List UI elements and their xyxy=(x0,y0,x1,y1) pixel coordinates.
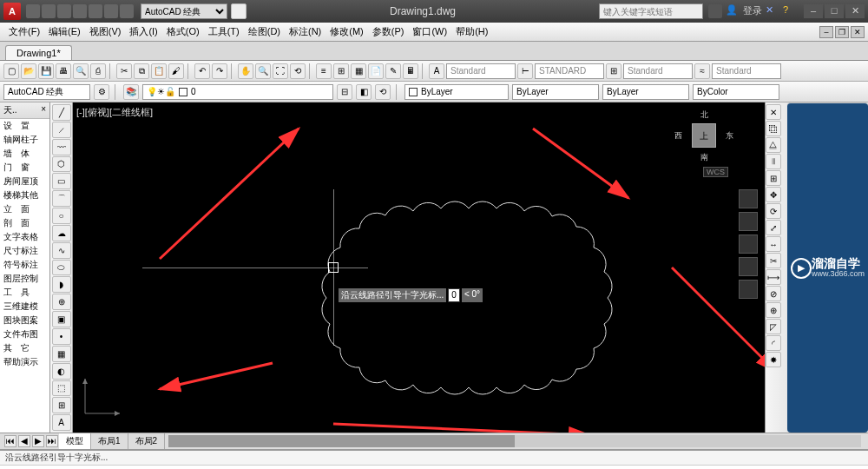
pan-icon[interactable]: ✋ xyxy=(238,63,253,79)
panel-item-block[interactable]: 图块图案 xyxy=(0,314,49,327)
menu-file[interactable]: 文件(F) xyxy=(5,23,43,40)
mtext-icon[interactable]: A xyxy=(52,414,71,431)
menu-format[interactable]: 格式(O) xyxy=(163,23,203,40)
nav-orbit-icon[interactable] xyxy=(739,257,758,276)
drawing-canvas[interactable]: [-][俯视][二维线框] 沿云线路径引导十字光标... 0 < 0° 北 xyxy=(73,102,765,433)
circle-icon[interactable]: ○ xyxy=(52,208,71,224)
cut-icon[interactable]: ✂ xyxy=(116,63,132,79)
explode-icon[interactable]: ✸ xyxy=(766,352,781,367)
array-icon[interactable]: ⊞ xyxy=(766,170,781,186)
user-icon[interactable]: 👤 xyxy=(726,4,740,18)
sheetset-icon[interactable]: 📄 xyxy=(368,63,384,79)
line-icon[interactable]: ╱ xyxy=(52,104,71,121)
help-search-input[interactable] xyxy=(599,3,703,19)
dsgnctr-icon[interactable]: ⊞ xyxy=(333,63,349,79)
lineweight-dropdown[interactable]: ByLayer xyxy=(602,84,689,100)
panel-item-dim[interactable]: 尺寸标注 xyxy=(0,244,49,258)
menu-help[interactable]: 帮助(H) xyxy=(452,23,491,40)
menu-draw[interactable]: 绘图(D) xyxy=(245,23,284,40)
qat-redo-icon[interactable] xyxy=(120,4,134,18)
move-icon[interactable]: ✥ xyxy=(766,187,781,202)
trim-icon[interactable]: ✂ xyxy=(766,253,781,268)
pline-icon[interactable]: 〰 xyxy=(52,139,71,155)
help-icon[interactable]: ? xyxy=(783,4,797,18)
menu-dimension[interactable]: 标注(N) xyxy=(286,23,325,40)
publish-icon[interactable]: ⎙ xyxy=(90,63,106,79)
panel-item-other[interactable]: 其 它 xyxy=(0,341,49,355)
qat-save-icon[interactable] xyxy=(57,4,71,18)
menu-param[interactable]: 参数(P) xyxy=(369,23,408,40)
doc-restore-button[interactable]: ❐ xyxy=(835,26,849,38)
tab-next-icon[interactable]: ▶ xyxy=(32,435,44,447)
zoom-window-icon[interactable]: ⛶ xyxy=(273,63,288,79)
fillet-icon[interactable]: ◜ xyxy=(766,335,781,351)
hatch-icon[interactable]: ▦ xyxy=(52,346,71,362)
workspace-dropdown[interactable]: AutoCAD 经典 xyxy=(141,3,227,19)
app-logo-icon[interactable]: A xyxy=(3,3,21,20)
ellipsearc-icon[interactable]: ◗ xyxy=(52,276,71,293)
panel-item-settings[interactable]: 设 置 xyxy=(0,119,49,133)
calc-icon[interactable]: 🖩 xyxy=(403,63,418,79)
toolpal-icon[interactable]: ▦ xyxy=(351,63,366,79)
tablestyle-icon[interactable]: ⊞ xyxy=(606,63,621,79)
tab-layout2[interactable]: 布局2 xyxy=(128,433,166,449)
close-button[interactable]: ✕ xyxy=(845,4,865,18)
panel-item-roof[interactable]: 房间屋顶 xyxy=(0,175,49,188)
panel-item-elev[interactable]: 立 面 xyxy=(0,202,49,216)
gradient-icon[interactable]: ◐ xyxy=(52,363,71,380)
xline-icon[interactable]: ⟋ xyxy=(52,122,71,138)
mleaderstyle-dropdown[interactable]: Standard xyxy=(712,63,781,79)
insert-icon[interactable]: ⊕ xyxy=(52,294,71,310)
menu-edit[interactable]: 编辑(E) xyxy=(45,23,84,40)
file-tab-active[interactable]: Drawing1* xyxy=(5,45,72,60)
tab-first-icon[interactable]: ⏮ xyxy=(4,435,16,447)
panel-item-section[interactable]: 剖 面 xyxy=(0,216,49,230)
undo-icon[interactable]: ↶ xyxy=(194,63,210,79)
chamfer-icon[interactable]: ◸ xyxy=(766,319,781,334)
qat-saveas-icon[interactable] xyxy=(73,4,87,18)
panel-item-text[interactable]: 文字表格 xyxy=(0,230,49,244)
point-icon[interactable]: • xyxy=(52,328,71,345)
markup-icon[interactable]: ✎ xyxy=(385,63,401,79)
layer-iso-icon[interactable]: ◧ xyxy=(356,84,372,100)
viewcube-west[interactable]: 西 xyxy=(674,130,682,142)
open-icon[interactable]: 📂 xyxy=(21,63,36,79)
tab-model[interactable]: 模型 xyxy=(59,433,91,449)
viewcube-east[interactable]: 东 xyxy=(726,130,733,142)
panel-item-door[interactable]: 门 窗 xyxy=(0,161,49,175)
menu-window[interactable]: 窗口(W) xyxy=(409,23,450,40)
viewcube-north[interactable]: 北 xyxy=(700,109,708,121)
copy-obj-icon[interactable]: ⿻ xyxy=(766,121,781,136)
redo-icon[interactable]: ↷ xyxy=(212,63,227,79)
layer-props-icon[interactable]: 📚 xyxy=(123,84,139,100)
nav-zoom-icon[interactable] xyxy=(739,234,758,254)
tab-last-icon[interactable]: ⏭ xyxy=(46,435,58,447)
wcs-label[interactable]: WCS xyxy=(703,167,728,177)
rectangle-icon[interactable]: ▭ xyxy=(52,173,71,189)
print-icon[interactable]: 🖶 xyxy=(56,63,71,79)
qat-undo-icon[interactable] xyxy=(104,4,118,18)
linetype-dropdown[interactable]: ByLayer xyxy=(512,84,599,100)
qat-open-icon[interactable] xyxy=(42,4,56,18)
nav-pan-icon[interactable] xyxy=(739,212,758,231)
tablestyle-dropdown[interactable]: Standard xyxy=(623,63,693,79)
panel-close-icon[interactable]: × xyxy=(41,104,46,116)
plotstyle-dropdown[interactable]: ByColor xyxy=(693,84,779,100)
menu-insert[interactable]: 插入(I) xyxy=(126,23,161,40)
workspace-gear-icon[interactable] xyxy=(231,3,247,19)
arc-icon[interactable]: ⌒ xyxy=(52,190,71,207)
workspace-combo[interactable]: AutoCAD 经典 xyxy=(3,84,90,100)
nav-wheel-icon[interactable] xyxy=(739,189,758,208)
mlstyle-icon[interactable]: ≈ xyxy=(694,63,710,79)
props-icon[interactable]: ≡ xyxy=(316,63,332,79)
qat-plot-icon[interactable] xyxy=(89,4,102,18)
extend-icon[interactable]: ⟼ xyxy=(766,269,781,285)
erase-icon[interactable]: ✕ xyxy=(766,104,781,120)
panel-item-stair[interactable]: 楼梯其他 xyxy=(0,188,49,202)
table-icon[interactable]: ⊞ xyxy=(52,397,71,413)
login-label[interactable]: 登录 xyxy=(743,4,762,18)
dyn-length-field[interactable]: 0 xyxy=(448,288,460,302)
viewcube-south[interactable]: 南 xyxy=(700,152,708,163)
textstyle-dropdown[interactable]: Standard xyxy=(446,63,516,79)
scale-icon[interactable]: ⤢ xyxy=(766,220,781,235)
